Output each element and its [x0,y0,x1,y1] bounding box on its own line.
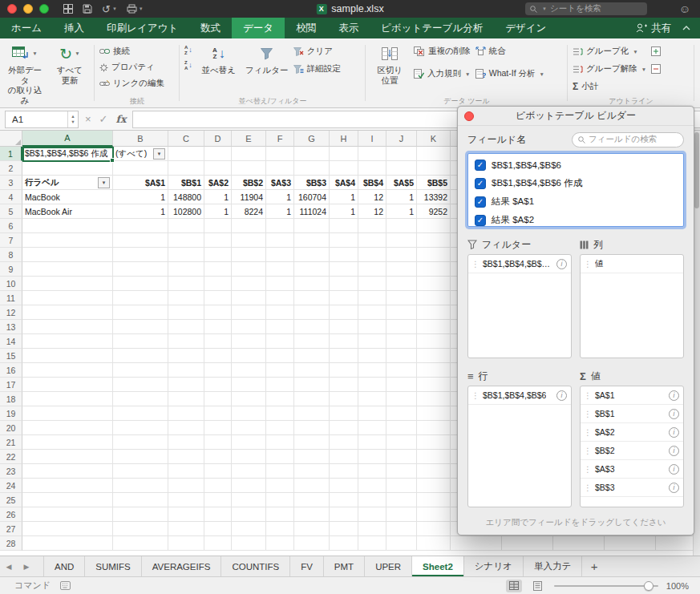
grid-cell[interactable] [294,435,330,450]
sheet-tab[interactable]: FV [290,556,324,576]
cancel-icon[interactable]: × [85,113,91,125]
column-header[interactable]: K [417,131,451,147]
grid-cell[interactable] [204,479,232,493]
grid-cell[interactable] [294,421,330,435]
grid-cell[interactable] [168,363,204,378]
insert-function-icon[interactable]: fx [116,113,127,125]
grid-cell[interactable]: 1 [113,190,168,204]
grid-cell[interactable] [113,464,168,479]
sheet-tab[interactable]: 単入力テ [524,556,582,576]
grid-cell[interactable] [113,248,168,262]
row-number[interactable]: 9 [0,262,22,277]
properties-button[interactable]: プロパティ [99,61,164,74]
grid-cell[interactable] [232,450,266,464]
grid-cell[interactable] [266,493,294,507]
grid-cell[interactable] [330,248,358,262]
drag-handle-icon[interactable]: ⋮ [584,447,592,455]
grid-cell[interactable] [113,421,168,435]
enter-icon[interactable]: ✓ [99,113,108,125]
grid-cell[interactable] [266,349,294,363]
filter-button[interactable]: フィルター [245,42,289,75]
grid-cell[interactable] [232,219,266,233]
grid-cell[interactable] [386,507,417,522]
grid-cell[interactable]: 1 [266,190,294,204]
grid-cell[interactable] [386,450,417,464]
row-number[interactable]: 20 [0,421,22,435]
grid-cell[interactable] [417,233,451,248]
column-header[interactable]: D [204,131,232,147]
zoom-slider[interactable] [554,580,658,592]
grid-cell[interactable] [232,363,266,378]
autofilter-button[interactable]: ▼ [98,177,110,188]
refresh-all-button[interactable]: ↻ ▼ すべて 更新 [50,42,90,85]
row-number[interactable]: 15 [0,349,22,363]
grid-cell[interactable] [386,421,417,435]
field-info-icon[interactable]: i [669,427,679,438]
grid-cell[interactable] [417,479,451,493]
grid-cell[interactable] [266,262,294,277]
zoom-window-button[interactable] [39,4,49,14]
grid-cell[interactable] [168,248,204,262]
grid-cell[interactable] [168,378,204,392]
column-header[interactable]: E [232,131,266,147]
grid-cell[interactable]: $A$4 [330,176,358,190]
grid-cell[interactable] [232,406,266,421]
search-scope-caret-icon[interactable]: ▼ [542,6,547,11]
show-detail-button[interactable] [651,45,661,58]
grid-cell[interactable] [386,291,417,305]
grid-cell[interactable] [266,334,294,349]
grid-cell[interactable] [358,522,386,536]
consolidate-button[interactable]: 統合 [475,45,544,58]
grid-cell[interactable] [113,349,168,363]
text-to-columns-button[interactable]: 区切り 位置 [370,42,409,85]
grid-cell[interactable] [386,219,417,233]
grid-cell[interactable] [451,536,502,551]
sheet-tab[interactable]: AND [43,556,85,576]
grid-cell[interactable] [204,464,232,479]
grid-cell[interactable] [204,233,232,248]
grid-cell[interactable] [168,147,204,161]
grid-cell[interactable] [417,161,451,176]
grid-cell[interactable] [358,378,386,392]
zoom-slider-knob[interactable] [644,581,653,591]
grid-cell[interactable]: 1 [204,190,232,204]
ribbon-tab[interactable]: 印刷レイアウト [95,18,189,38]
grid-cell[interactable] [330,392,358,406]
grid-cell[interactable]: $B$1 [168,176,204,190]
grid-cell[interactable] [386,536,417,551]
grid-cell[interactable] [417,305,451,320]
grid-cell[interactable] [330,363,358,378]
grid-cell[interactable] [330,435,358,450]
grid-cell[interactable] [168,507,204,522]
cell-dropdown-button[interactable]: ▼ [153,148,165,160]
grid-cell[interactable] [266,406,294,421]
grid-cell[interactable] [266,363,294,378]
grid-cell[interactable] [168,479,204,493]
advanced-filter-button[interactable]: 詳細設定 [293,63,341,75]
grid-cell[interactable] [358,464,386,479]
grid-cell[interactable] [294,147,330,161]
grid-cell[interactable] [358,349,386,363]
pivot-panel-close-button[interactable] [464,111,474,121]
grid-cell[interactable] [294,349,330,363]
drag-handle-icon[interactable]: ⋮ [471,260,479,269]
row-number[interactable]: 26 [0,507,22,522]
grid-cell[interactable] [22,406,113,421]
grid-cell[interactable] [204,450,232,464]
grid-cell[interactable] [330,464,358,479]
ribbon-tab[interactable]: 数式 [189,18,232,38]
grid-cell[interactable] [204,507,232,522]
grid-cell[interactable] [168,435,204,450]
grid-cell[interactable] [266,161,294,176]
grid-cell[interactable] [204,363,232,378]
sheet-search-field[interactable]: ▼ シートを検索 [525,2,647,15]
grid-cell[interactable] [232,305,266,320]
grid-cell[interactable] [204,248,232,262]
pivot-area-item[interactable]: ⋮$B$1,$B$4,$B$6i [468,386,571,405]
grid-cell[interactable] [386,363,417,378]
grid-cell[interactable] [168,277,204,291]
sheet-tab[interactable]: COUNTIFS [221,556,290,576]
grid-cell[interactable] [232,349,266,363]
grid-cell[interactable] [358,450,386,464]
grid-cell[interactable] [113,277,168,291]
